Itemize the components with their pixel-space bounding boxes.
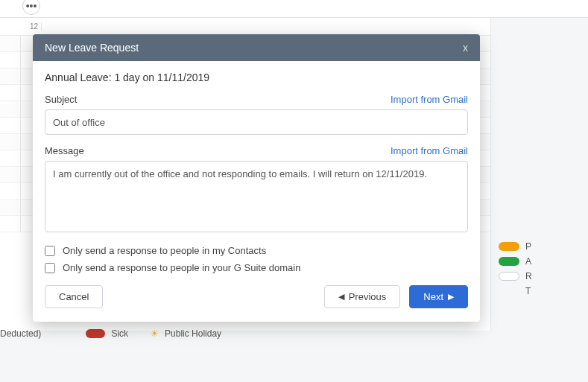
- message-field-group: Message Import from Gmail: [45, 145, 468, 235]
- modal-footer: Cancel ◀ Previous Next ▶: [45, 285, 468, 308]
- domain-only-checkbox[interactable]: [45, 263, 55, 273]
- legend-sidebar: P A R T: [491, 18, 588, 331]
- legend-letter: R: [525, 271, 532, 281]
- previous-button[interactable]: ◀ Previous: [324, 285, 401, 308]
- legend-sick-label: Sick: [111, 328, 128, 339]
- message-label-row: Message Import from Gmail: [45, 145, 468, 156]
- more-menu-button[interactable]: •••: [22, 0, 40, 15]
- legend-holiday: ☀ Public Holiday: [151, 328, 221, 339]
- domain-only-label: Only send a response to people in your G…: [63, 262, 300, 273]
- date-cell: 12: [21, 18, 490, 35]
- dots-icon: •••: [26, 0, 37, 12]
- topbar: •••: [0, 0, 588, 18]
- legend-sick: Sick: [86, 328, 128, 339]
- cancel-button[interactable]: Cancel: [45, 285, 103, 308]
- next-label: Next: [423, 291, 443, 302]
- import-message-link[interactable]: Import from Gmail: [391, 145, 468, 156]
- chevron-left-icon: ◀: [338, 292, 344, 302]
- message-textarea[interactable]: [45, 161, 468, 232]
- modal-header: New Leave Request x: [33, 34, 480, 61]
- legend-pill-orange: [499, 242, 519, 251]
- subject-label: Subject: [45, 94, 77, 105]
- contacts-only-label: Only send a response to people in my Con…: [63, 245, 266, 256]
- legend-letter: A: [525, 256, 531, 267]
- calendar-date-row: 12: [0, 18, 490, 36]
- domain-only-row[interactable]: Only send a response to people in your G…: [45, 262, 468, 273]
- footer-right: ◀ Previous Next ▶: [324, 285, 468, 308]
- modal-title: New Leave Request: [45, 42, 139, 54]
- subject-field-group: Subject Import from Gmail: [45, 94, 468, 135]
- chevron-right-icon: ▶: [448, 292, 454, 302]
- legend-deducted-fragment: Deducted): [0, 328, 41, 339]
- date-number: 12: [21, 22, 42, 31]
- import-subject-link[interactable]: Import from Gmail: [391, 94, 468, 105]
- modal-body: Annual Leave: 1 day on 11/11/2019 Subjec…: [33, 61, 480, 322]
- legend-pill-white: [499, 272, 519, 281]
- legend-pill-green: [499, 257, 519, 266]
- contacts-only-row[interactable]: Only send a response to people in my Con…: [45, 245, 468, 256]
- leave-summary: Annual Leave: 1 day on 11/11/2019: [45, 71, 468, 83]
- legend-item: A: [499, 256, 588, 267]
- legend-letter: P: [525, 241, 531, 252]
- subject-label-row: Subject Import from Gmail: [45, 94, 468, 105]
- legend-holiday-label: Public Holiday: [165, 328, 221, 339]
- cancel-label: Cancel: [59, 291, 89, 302]
- message-label: Message: [45, 145, 84, 156]
- new-leave-request-modal: New Leave Request x Annual Leave: 1 day …: [33, 34, 480, 322]
- sun-icon: ☀: [151, 328, 159, 339]
- legend-item: P: [499, 241, 588, 252]
- legend-pill-red: [86, 329, 105, 338]
- next-button[interactable]: Next ▶: [409, 285, 468, 308]
- legend-letter: T: [525, 286, 531, 296]
- close-icon[interactable]: x: [463, 42, 468, 54]
- subject-input[interactable]: [45, 109, 468, 135]
- contacts-only-checkbox[interactable]: [45, 246, 55, 256]
- previous-label: Previous: [349, 291, 387, 302]
- bottom-legend: Deducted) Sick ☀ Public Holiday: [0, 326, 588, 341]
- legend-item: R: [499, 271, 588, 281]
- legend-item: T: [499, 286, 588, 296]
